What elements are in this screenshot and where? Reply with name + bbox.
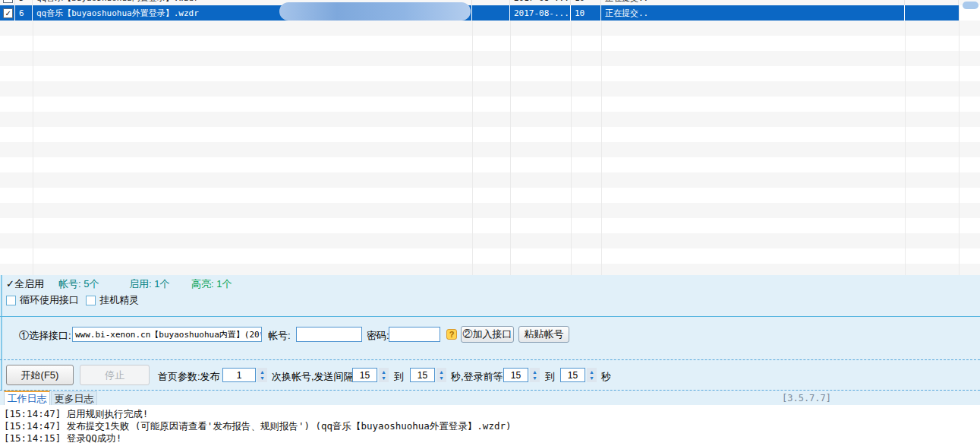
redacted-account-overlay [279,2,471,21]
highlight-count: 高亮: 1个 [191,277,232,291]
loop-interface-checkbox[interactable]: 循环使用接口 [6,293,79,307]
row-id: 5 [15,0,33,5]
table-gridline [33,0,33,275]
stop-button-label: 停止 [105,369,124,382]
scrollbar-thumb[interactable] [963,2,978,9]
spinner-down-icon[interactable]: ▼ [260,375,265,381]
work-log-output: [15:14:47] 启用规则执行完成! [15:14:47] 发布提交1失败 … [0,405,980,443]
log-line: [15:14:47] 发布提交1失败 (可能原因请查看'发布报告、规则报告') … [4,420,980,432]
account-label: 帐号: [268,329,291,343]
wait-from-input[interactable] [503,368,528,382]
bottom-panel: ✓全启用 帐号: 5个 启用: 1个 高亮: 1个 循环使用接口 挂机精灵 ①选… [0,275,980,443]
row-count: 10 [571,5,601,21]
tab-work-log-label: 工作日志 [8,392,47,406]
tab-work-log[interactable]: 工作日志 [4,391,50,406]
row-status: 正在提交.. [601,5,905,21]
switch-account-label: 次换帐号,发送间隔 [272,370,354,384]
rules-table: ✓ 5 qq音乐【buyaoshuohua内置登录】.wzdr 2017-08-… [0,0,980,275]
checkbox-icon [6,296,16,305]
account-input[interactable] [296,327,362,342]
toggle-all-control[interactable]: ✓全启用 [6,277,44,291]
wait-to-input[interactable] [560,368,585,382]
version-label: [3.5.7.7] [782,393,831,403]
row-date: 2017-08-... [510,0,571,5]
row-checkbox[interactable]: ✓ [3,0,13,3]
spinner-up-icon[interactable]: ▲ [260,369,265,375]
password-label: 密码: [367,329,389,343]
spinner-down-icon[interactable]: ▼ [532,375,537,381]
seconds-label: 秒 [601,370,611,384]
spinner-up-icon[interactable]: ▲ [589,369,594,375]
row-status: 正在提交.. [601,0,905,5]
wait-to-stepper[interactable]: ▲▼ [587,368,597,382]
start-button-label: 开始(F5) [21,369,59,382]
spinner-up-icon[interactable]: ▲ [381,369,386,375]
table-gridline [510,0,511,275]
paste-accounts-button[interactable]: 粘贴帐号 [518,326,569,343]
to-label: 到 [394,370,404,384]
dashed-divider [0,359,980,360]
table-gridline [959,0,960,275]
interval-to-input[interactable] [410,368,435,382]
row-empty-cell [472,0,510,5]
spinner-down-icon[interactable]: ▼ [439,375,444,381]
table-gridline [601,0,602,275]
paste-accounts-label: 粘贴帐号 [525,328,564,341]
table-empty-rows [0,21,980,275]
interface-select[interactable]: www.bi-xenon.cn【buyaoshuohua内置】(20 ∨ [72,327,262,342]
table-gridline [905,0,906,275]
add-interface-label: ②加入接口 [463,328,512,341]
stop-button[interactable]: 停止 [80,365,150,385]
interval-to-stepper[interactable]: ▲▼ [436,368,446,382]
check-icon: ✓ [5,0,11,2]
spinner-down-icon[interactable]: ▼ [381,375,386,381]
password-input[interactable] [389,327,440,342]
start-button[interactable]: 开始(F5) [6,365,74,385]
help-glyph: ? [449,330,455,339]
log-line: [15:14:47] 启用规则执行完成! [4,408,980,420]
spinner-down-icon[interactable]: ▼ [589,375,594,381]
panel-left-border [1,275,2,391]
tab-more-log[interactable]: 更多日志 [51,391,97,406]
table-row-partial-clip: ✓ 5 qq音乐【buyaoshuohua内置登录】.wzdr 2017-08-… [0,0,980,5]
publish-count-stepper[interactable]: ▲▼ [257,368,267,382]
chevron-down-icon: ∨ [260,330,262,339]
row-empty-cell [472,5,510,21]
publish-count-input[interactable] [222,368,256,382]
to-label: 到 [545,370,555,384]
check-icon: ✓ [5,9,11,17]
publish-params-label: 首页参数:发布 [158,370,220,384]
row-checkbox[interactable]: ✓ [3,8,13,18]
panel-divider [0,316,980,317]
table-gridline [472,0,473,275]
tab-more-log-label: 更多日志 [55,392,94,406]
row-id: 6 [15,5,33,21]
enabled-count: 启用: 1个 [129,277,169,291]
help-icon[interactable]: ? [446,329,457,340]
log-line: [15:14:15] 登录QQ成功! [4,432,980,443]
table-row[interactable]: ✓ 5 qq音乐【buyaoshuohua内置登录】.wzdr 2017-08-… [0,0,959,5]
table-gridline [571,0,572,275]
hang-genie-label: 挂机精灵 [99,293,139,307]
hang-genie-checkbox[interactable]: 挂机精灵 [86,293,139,307]
select-interface-label: ①选择接口: [19,329,71,343]
row-extra-cell [905,0,959,5]
wait-from-stepper[interactable]: ▲▼ [530,368,540,382]
interface-select-value: www.bi-xenon.cn【buyaoshuohua内置】(20 [75,329,260,340]
loop-interface-label: 循环使用接口 [20,293,79,307]
interval-from-stepper[interactable]: ▲▼ [379,368,389,382]
app-window: ✓ 5 qq音乐【buyaoshuohua内置登录】.wzdr 2017-08-… [0,0,980,443]
toggle-all-label: 全启用 [14,278,44,290]
row-count: 10 [571,0,601,5]
row-date: 2017-08-... [510,5,571,21]
spinner-up-icon[interactable]: ▲ [532,369,537,375]
spinner-up-icon[interactable]: ▲ [439,369,444,375]
accounts-count: 帐号: 5个 [58,277,99,291]
row-extra-cell [905,5,959,21]
interval-from-input[interactable] [352,368,377,382]
table-row-selected[interactable]: ✓ 6 qq音乐【buyaoshuohua外置登录】.wzdr 2017-08-… [0,5,959,21]
check-icon: ✓ [6,278,14,290]
checkbox-icon [86,296,96,305]
add-interface-button[interactable]: ②加入接口 [461,326,514,343]
dashed-divider [0,390,980,391]
